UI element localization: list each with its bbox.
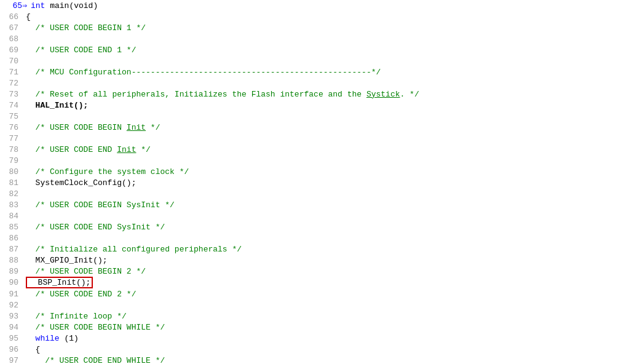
- code-line: 81 SystemClock_Config();: [0, 177, 637, 188]
- code-line: 83 /* USER CODE BEGIN SysInit */: [0, 199, 637, 210]
- line-content: /* MCU Configuration--------------------…: [23, 68, 637, 77]
- code-line: 82: [0, 188, 637, 199]
- line-number: 83: [0, 200, 23, 210]
- line-number: 80: [0, 167, 23, 176]
- code-line: 70: [0, 55, 637, 66]
- line-number: 77: [0, 134, 23, 143]
- line-number: 88: [0, 256, 23, 265]
- line-content: HAL_Init();: [23, 101, 637, 110]
- code-line: 92: [0, 299, 637, 311]
- line-number: 70: [0, 57, 23, 66]
- line-number: 84: [0, 212, 23, 221]
- line-number: 67: [0, 23, 23, 33]
- code-line: 86: [0, 232, 637, 243]
- line-number: 73: [0, 90, 23, 99]
- code-line: 73 /* Reset of all peripherals, Initiali…: [0, 89, 637, 100]
- line-number: 81: [0, 178, 23, 188]
- code-line: 88 MX_GPIO_Init();: [0, 255, 637, 266]
- code-line: 97 /* USER CODE END WHILE */: [0, 355, 637, 364]
- line-number: 82: [0, 189, 23, 199]
- line-number: 97: [0, 356, 23, 365]
- line-number: 93: [0, 312, 23, 321]
- line-content: /* Infinite loop */: [23, 312, 637, 321]
- code-line: 67 /* USER CODE BEGIN 1 */: [0, 22, 637, 33]
- line-number: 69: [0, 46, 23, 55]
- line-content: /* Configure the system clock */: [23, 167, 637, 176]
- line-content: BSP_Init();: [23, 277, 637, 288]
- code-line: 85 /* USER CODE END SysInit */: [0, 221, 637, 232]
- line-content: /* USER CODE BEGIN WHILE */: [23, 323, 637, 332]
- line-content: /* USER CODE END SysInit */: [23, 223, 637, 232]
- code-line: 71 /* MCU Configuration-----------------…: [0, 66, 637, 77]
- line-content: int main(void): [28, 1, 637, 10]
- code-line: 91 /* USER CODE END 2 */: [0, 288, 637, 299]
- code-line: 80 /* Configure the system clock */: [0, 166, 637, 177]
- code-line: 68: [0, 33, 637, 44]
- code-editor: 65⇒int main(void)66{67 /* USER CODE BEGI…: [0, 0, 637, 364]
- line-number: 85: [0, 223, 23, 232]
- line-content: while (1): [23, 334, 637, 343]
- line-content: /* USER CODE BEGIN Init */: [23, 123, 637, 132]
- line-content: /* USER CODE BEGIN 1 */: [23, 23, 637, 33]
- line-number: 89: [0, 267, 23, 276]
- line-number: 95: [0, 334, 23, 343]
- line-number: 96: [0, 345, 23, 354]
- line-content: {: [23, 12, 637, 22]
- line-number: 86: [0, 234, 23, 243]
- code-line: 78 /* USER CODE END Init */: [0, 144, 637, 155]
- line-content: /* USER CODE END 1 */: [23, 46, 637, 55]
- line-number: 79: [0, 156, 23, 165]
- code-line: 76 /* USER CODE BEGIN Init */: [0, 122, 637, 133]
- line-number: 66: [0, 12, 23, 22]
- code-line: 84: [0, 210, 637, 221]
- line-content: MX_GPIO_Init();: [23, 256, 637, 265]
- code-line: 89 /* USER CODE BEGIN 2 */: [0, 266, 637, 277]
- code-line: 72: [0, 77, 637, 89]
- code-line: 69 /* USER CODE END 1 */: [0, 44, 637, 55]
- code-line: 74 HAL_Init();: [0, 100, 637, 111]
- line-content: /* USER CODE END 2 */: [23, 290, 637, 299]
- line-number: 71: [0, 68, 23, 77]
- line-content: /* Reset of all peripherals, Initializes…: [23, 90, 637, 99]
- code-line: 94 /* USER CODE BEGIN WHILE */: [0, 322, 637, 333]
- line-number: 75: [0, 112, 23, 121]
- code-line: 95 while (1): [0, 333, 637, 344]
- code-line: 79: [0, 155, 637, 166]
- line-content: /* Initialize all configured peripherals…: [23, 245, 637, 254]
- line-number: 78: [0, 145, 23, 154]
- line-number: 87: [0, 245, 23, 254]
- line-number: 74: [0, 101, 23, 110]
- code-line: 77: [0, 133, 637, 144]
- line-number: 90: [0, 278, 23, 287]
- line-number: 65⇒: [0, 1, 28, 10]
- line-content: /* USER CODE BEGIN 2 */: [23, 267, 637, 276]
- code-line: 93 /* Infinite loop */: [0, 311, 637, 322]
- line-number: 68: [0, 34, 23, 44]
- line-content: {: [23, 345, 637, 354]
- code-line: 75: [0, 111, 637, 122]
- line-number: 91: [0, 290, 23, 299]
- code-line: 87 /* Initialize all configured peripher…: [0, 243, 637, 255]
- line-number: 76: [0, 123, 23, 132]
- line-content: /* USER CODE BEGIN SysInit */: [23, 200, 637, 210]
- code-line: 65⇒int main(void): [0, 0, 637, 11]
- line-number: 92: [0, 301, 23, 310]
- line-number: 94: [0, 323, 23, 332]
- line-content: SystemClock_Config();: [23, 178, 637, 188]
- line-content: /* USER CODE END WHILE */: [23, 356, 637, 365]
- line-number: 72: [0, 79, 23, 88]
- code-line: 90 BSP_Init();: [0, 277, 637, 288]
- code-line: 66{: [0, 11, 637, 22]
- code-line: 96 {: [0, 344, 637, 355]
- line-content: /* USER CODE END Init */: [23, 145, 637, 154]
